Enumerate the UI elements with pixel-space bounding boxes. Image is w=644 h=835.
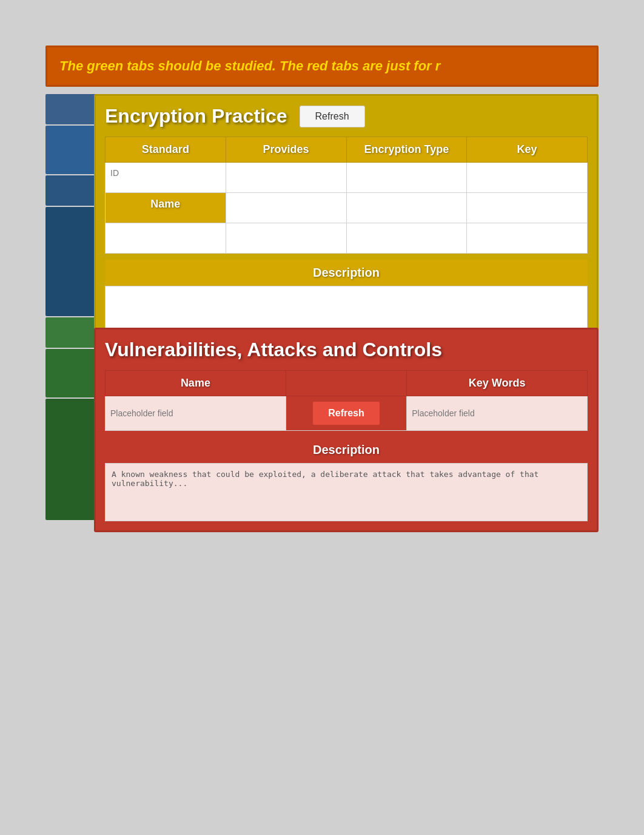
vuln-name-input[interactable]: [110, 408, 281, 418]
encryption-type-cell-name: [346, 193, 467, 223]
key-cell-name: [467, 193, 588, 223]
vuln-refresh-cell: Refresh: [286, 396, 406, 431]
table-row-name-header: Name: [106, 193, 588, 223]
vuln-name-cell: [106, 396, 286, 431]
encryption-title: Encryption Practice: [105, 105, 287, 127]
page-wrapper: The green tabs should be studied. The re…: [0, 0, 644, 835]
key-cell-1: [467, 163, 588, 193]
provides-input[interactable]: [231, 229, 341, 238]
encryption-refresh-button[interactable]: Refresh: [300, 106, 365, 127]
col-encryption-type: Encryption Type: [346, 137, 467, 163]
encryption-type-cell-2: [346, 223, 467, 254]
col-provides: Provides: [226, 137, 346, 163]
vulnerabilities-description-header: Description: [105, 437, 588, 463]
key-input[interactable]: [472, 229, 582, 238]
encryption-table: Standard Provides Encryption Type Key Na…: [105, 137, 588, 254]
top-banner: The green tabs should be studied. The re…: [45, 46, 599, 87]
encryption-header: Encryption Practice Refresh: [105, 105, 588, 127]
vuln-keywords-cell: [407, 396, 588, 431]
provides-cell-1: [226, 163, 346, 193]
vulnerabilities-table: Name Key Words Refresh: [105, 370, 588, 431]
vuln-table-row: Refresh: [106, 396, 588, 431]
vulnerabilities-description-textarea[interactable]: [112, 470, 581, 512]
banner-text: The green tabs should be studied. The re…: [59, 58, 440, 73]
encryption-type-cell-1: [346, 163, 467, 193]
vulnerabilities-panel: Vulnerabilities, Attacks and Controls Na…: [94, 328, 599, 532]
name-input-cell: [106, 223, 226, 254]
id-input[interactable]: [110, 168, 221, 178]
vulnerabilities-description-area: [105, 463, 588, 521]
key-cell-2: [467, 223, 588, 254]
encryption-description-header: Description: [105, 260, 588, 286]
name-header-cell: Name: [106, 193, 226, 223]
table-row-name: [106, 223, 588, 254]
encryption-panel: Encryption Practice Refresh Standard Pro…: [94, 94, 599, 367]
provides-cell-2: [226, 223, 346, 254]
name-input[interactable]: [110, 229, 221, 238]
encryption-type-input[interactable]: [352, 229, 462, 238]
col-standard: Standard: [106, 137, 226, 163]
vuln-col-keywords: Key Words: [407, 371, 588, 396]
table-row-id: [106, 163, 588, 193]
vuln-col-empty: [286, 371, 406, 396]
vuln-keywords-input[interactable]: [412, 408, 582, 418]
vulnerabilities-title: Vulnerabilities, Attacks and Controls: [105, 339, 588, 361]
provides-cell-name: [226, 193, 346, 223]
vuln-col-name: Name: [106, 371, 286, 396]
id-cell: [106, 163, 226, 193]
vulnerabilities-refresh-button[interactable]: Refresh: [312, 401, 380, 425]
col-key: Key: [467, 137, 588, 163]
